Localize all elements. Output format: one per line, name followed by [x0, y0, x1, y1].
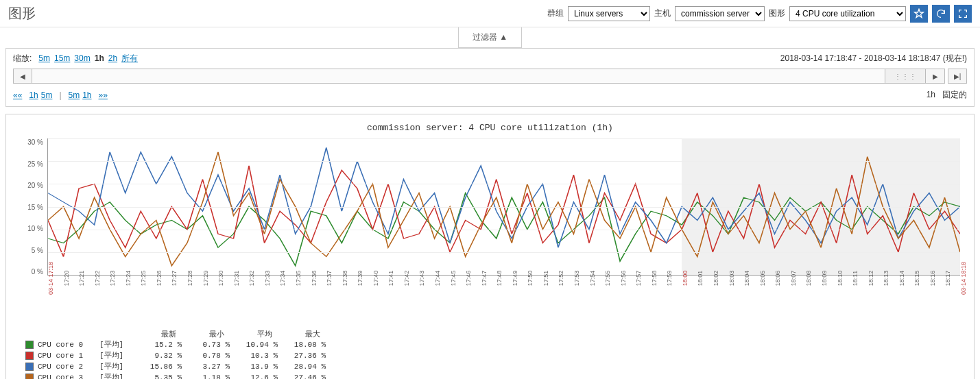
- star-icon: [913, 8, 924, 19]
- x-tick: 17:34: [279, 271, 286, 286]
- nav-fwd-1h[interactable]: 1h: [82, 90, 91, 100]
- header-controls: 群组 Linux servers 主机 commission server 图形…: [547, 5, 972, 23]
- time-control-panel: 缩放: 5m15m30m1h2h所有 2018-03-14 17:18:47 -…: [5, 48, 975, 107]
- slider-track[interactable]: ⋮⋮⋮: [32, 69, 926, 84]
- legend-value: 18.08 %: [278, 339, 326, 350]
- legend-value: 10.94 %: [230, 339, 278, 350]
- nav-fast-forward[interactable]: »»: [99, 90, 108, 100]
- x-tick: 18:15: [913, 271, 920, 286]
- y-tick: 5 %: [32, 247, 43, 254]
- zoom-option-5m[interactable]: 5m: [38, 53, 50, 63]
- x-tick: 18:08: [805, 271, 812, 286]
- x-tick: 18:06: [774, 271, 781, 286]
- x-tick: 17:38: [342, 271, 348, 286]
- host-select[interactable]: commission server: [675, 6, 765, 21]
- series-CPU-core-1: [48, 166, 960, 257]
- x-tick: 18:01: [697, 271, 704, 286]
- legend-avg-label: [平均]: [99, 361, 134, 372]
- fullscreen-button[interactable]: [954, 5, 972, 23]
- slider-row: ◀ ⋮⋮⋮ ▶ ▶|: [6, 69, 974, 86]
- x-tick: 17:58: [651, 271, 658, 286]
- legend-value: 15.86 %: [134, 361, 182, 372]
- gridline: [48, 138, 960, 139]
- x-tick: 17:30: [217, 271, 224, 286]
- legend-header: 最小: [176, 329, 224, 339]
- nav-separator: |: [59, 90, 61, 100]
- x-tick: 17:27: [171, 271, 178, 286]
- filter-tab-row: 过滤器 ▲: [0, 27, 980, 48]
- series-CPU-core-2: [48, 147, 960, 247]
- zoom-option-30m[interactable]: 30m: [74, 53, 90, 63]
- slider-prev-button[interactable]: ◀: [13, 69, 32, 84]
- legend-name: CPU core 1: [38, 350, 99, 361]
- x-tick: 03-14 18:18: [960, 262, 967, 295]
- group-select[interactable]: Linux servers: [568, 6, 650, 21]
- x-tick: 18:07: [790, 271, 797, 286]
- chart-panel: commission server: 4 CPU core utilizatio…: [5, 114, 975, 379]
- graph-label: 图形: [769, 8, 785, 19]
- y-tick: 15 %: [27, 204, 43, 211]
- page-title: 图形: [8, 4, 36, 23]
- y-tick: 0 %: [32, 268, 43, 276]
- legend-value: 15.2 %: [134, 339, 182, 350]
- x-tick: 17:33: [264, 271, 271, 286]
- refresh-button[interactable]: [932, 5, 950, 23]
- x-tick: 17:23: [109, 271, 116, 286]
- zoom-option-2h[interactable]: 2h: [108, 53, 117, 63]
- nav-fast-back[interactable]: ««: [13, 90, 22, 100]
- time-range-text: 2018-03-14 17:18:47 - 2018-03-14 18:18:4…: [780, 53, 967, 64]
- legend-value: 27.46 %: [278, 372, 326, 379]
- slider-grip[interactable]: ⋮⋮⋮: [885, 69, 926, 83]
- zoom-option-1h[interactable]: 1h: [95, 53, 104, 63]
- zoom-option-所有[interactable]: 所有: [121, 53, 138, 63]
- x-tick: 18:13: [883, 271, 889, 286]
- nav-fwd-5m[interactable]: 5m: [69, 90, 80, 100]
- x-tick: 18:14: [898, 271, 905, 286]
- nav-fixed-label: 固定的: [942, 90, 967, 99]
- x-tick: 18:17: [944, 271, 951, 286]
- x-tick: 18:10: [837, 271, 844, 286]
- x-tick: 17:51: [542, 271, 549, 286]
- x-tick: 18:05: [759, 271, 766, 286]
- x-tick: 17:20: [63, 271, 70, 286]
- x-tick: 17:54: [589, 271, 596, 286]
- plot-area: [47, 138, 960, 276]
- gridline: [48, 230, 960, 230]
- filter-toggle[interactable]: 过滤器 ▲: [458, 27, 522, 48]
- x-tick: 17:39: [357, 271, 363, 286]
- legend-swatch: [25, 341, 34, 349]
- legend-name: CPU core 0: [38, 339, 99, 350]
- nav-back-5m[interactable]: 5m: [41, 90, 53, 100]
- legend-value: 28.94 %: [278, 361, 326, 372]
- x-tick: 17:37: [326, 271, 333, 286]
- legend-swatch: [25, 374, 34, 379]
- legend-header: 最大: [272, 329, 320, 339]
- graph-select[interactable]: 4 CPU core utilization: [789, 6, 906, 21]
- x-tick: 18:09: [821, 271, 828, 286]
- x-tick: 18:16: [929, 271, 936, 286]
- slider-next-button[interactable]: ▶: [926, 69, 945, 84]
- x-tick: 17:45: [450, 271, 457, 286]
- x-tick: 17:41: [387, 271, 394, 286]
- x-tick: 17:29: [202, 271, 209, 286]
- favorite-button[interactable]: [910, 5, 928, 23]
- x-tick: 17:56: [620, 271, 627, 286]
- legend: 最新最小平均最大 CPU core 0[平均]15.2 %0.73 %10.94…: [25, 329, 960, 379]
- legend-row: CPU core 3[平均]5.35 %1.18 %12.6 %27.46 %: [25, 372, 960, 379]
- gridline: [48, 161, 960, 162]
- legend-value: 1.18 %: [182, 372, 230, 379]
- x-tick: 17:49: [512, 271, 518, 286]
- x-tick: 17:47: [481, 271, 488, 286]
- x-tick: 17:50: [527, 271, 534, 286]
- legend-row: CPU core 2[平均]15.86 %3.27 %13.9 %28.94 %: [25, 361, 960, 372]
- x-tick: 17:22: [94, 271, 101, 286]
- zoom-row: 缩放: 5m15m30m1h2h所有 2018-03-14 17:18:47 -…: [6, 49, 974, 69]
- zoom-option-15m[interactable]: 15m: [54, 53, 70, 63]
- legend-row: CPU core 1[平均]9.32 %0.78 %10.3 %27.36 %: [25, 350, 960, 361]
- slider-end-button[interactable]: ▶|: [948, 69, 967, 84]
- legend-avg-label: [平均]: [99, 372, 134, 379]
- nav-back-1h[interactable]: 1h: [29, 90, 38, 100]
- x-tick: 18:00: [682, 271, 689, 286]
- zoom-label: 缩放:: [13, 53, 32, 64]
- legend-value: 10.3 %: [230, 350, 278, 361]
